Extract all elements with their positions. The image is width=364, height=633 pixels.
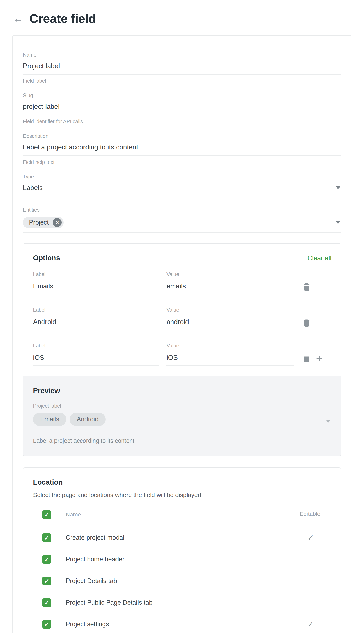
option-label-header: Label [33, 343, 159, 349]
description-field-helper: Field help text [23, 159, 341, 165]
trash-icon [304, 283, 310, 291]
preview-chip[interactable]: Android [70, 413, 106, 426]
location-title: Location [33, 478, 331, 486]
preview-section: Preview Project label Emails Android Lab… [23, 376, 341, 456]
option-value-value[interactable]: emails [166, 282, 294, 294]
entities-field: Entities Project ✕ [23, 207, 341, 233]
editable-check-icon: ✓ [307, 533, 314, 542]
option-label-header: Label [33, 307, 159, 313]
option-value-header: Value [166, 271, 294, 277]
options-section: Options Clear all Label Emails Value ema… [23, 244, 341, 366]
trash-icon [304, 355, 310, 362]
chevron-down-icon[interactable] [336, 221, 340, 224]
chip-close-icon[interactable]: ✕ [53, 218, 62, 227]
slug-input-value[interactable]: project-label [23, 103, 60, 111]
preview-title: Preview [33, 387, 331, 395]
options-title: Options [33, 254, 60, 262]
location-checkbox[interactable]: ✓ [42, 598, 51, 607]
location-row-name: Project settings [66, 620, 109, 628]
chevron-down-icon[interactable] [326, 420, 330, 423]
location-row-name: Create project modal [66, 534, 124, 541]
location-checkbox[interactable]: ✓ [42, 555, 51, 563]
plus-icon [316, 355, 322, 362]
location-row-name: Project home header [66, 556, 124, 563]
type-field: Type Labels [23, 174, 341, 196]
name-field-label: Name [23, 52, 341, 58]
option-label-value[interactable]: iOS [33, 354, 159, 366]
option-label-value[interactable]: Emails [33, 282, 159, 294]
option-label-header: Label [33, 271, 159, 277]
page-title: Create field [30, 12, 96, 26]
option-row: Label iOS Value iOS [33, 343, 331, 366]
location-row-name: Project Public Page Details tab [66, 599, 152, 606]
entity-chip: Project ✕ [23, 217, 64, 228]
location-box: Location Select the page and locations w… [23, 467, 341, 633]
option-label-input[interactable]: Label iOS [33, 343, 159, 366]
description-field-label: Description [23, 133, 341, 139]
location-row: ✓ Create project modal ✓ [33, 533, 331, 542]
option-value-input[interactable]: Value iOS [166, 343, 294, 366]
name-column-header: Name [66, 511, 81, 518]
option-label-value[interactable]: Android [33, 318, 159, 330]
description-input[interactable]: Label a project according to its content [23, 143, 341, 156]
option-row: Label Emails Value emails [33, 271, 331, 294]
name-field-helper: Field label [23, 78, 341, 84]
option-value-value[interactable]: iOS [166, 354, 294, 366]
create-field-card: Name Project label Field label Slug proj… [12, 35, 352, 633]
preview-labels-select[interactable]: Emails Android [33, 413, 331, 431]
preview-chip[interactable]: Emails [33, 413, 66, 426]
option-value-value[interactable]: android [166, 318, 294, 330]
preview-field-label: Project label [33, 403, 331, 409]
location-header-row: ✓ Name Editable [33, 510, 331, 519]
entity-chip-label: Project [29, 219, 48, 226]
type-select[interactable]: Labels [23, 184, 341, 196]
back-arrow-icon[interactable]: ← [13, 14, 23, 24]
location-row: ✓ Project Public Page Details tab ✓ [33, 598, 331, 607]
location-row: ✓ Project home header ✓ [33, 555, 331, 564]
location-table: ✓ Name Editable ✓ Create project modal ✓… [33, 510, 331, 629]
delete-option-button[interactable] [304, 283, 310, 291]
add-option-button[interactable] [316, 355, 322, 362]
location-checkbox[interactable]: ✓ [42, 620, 51, 628]
select-all-checkbox[interactable]: ✓ [42, 510, 51, 519]
slug-field-label: Slug [23, 93, 341, 98]
option-value-input[interactable]: Value android [166, 307, 294, 330]
preview-helper: Label a project according to its content [33, 437, 331, 444]
delete-option-button[interactable] [304, 355, 310, 362]
option-value-input[interactable]: Value emails [166, 271, 294, 294]
options-box: Options Clear all Label Emails Value ema… [23, 243, 341, 456]
clear-all-link[interactable]: Clear all [308, 254, 331, 262]
delete-option-button[interactable] [304, 319, 310, 327]
location-row-name: Project Details tab [66, 577, 117, 585]
option-value-header: Value [166, 307, 294, 313]
description-field: Description Label a project according to… [23, 133, 341, 165]
option-value-header: Value [166, 343, 294, 349]
location-row: ✓ Project Details tab ✓ [33, 576, 331, 585]
editable-column-header[interactable]: Editable [300, 511, 320, 518]
option-label-input[interactable]: Label Emails [33, 271, 159, 294]
chevron-down-icon[interactable] [336, 186, 340, 189]
entities-select[interactable]: Project ✕ [23, 217, 341, 233]
editable-check-icon: ✓ [307, 620, 314, 629]
option-row: Label Android Value android [33, 307, 331, 330]
location-subtitle: Select the page and locations where the … [33, 491, 331, 498]
option-label-input[interactable]: Label Android [33, 307, 159, 330]
trash-icon [304, 319, 310, 327]
slug-field: Slug project-label Field identifier for … [23, 93, 341, 125]
entities-field-label: Entities [23, 207, 341, 213]
page-header: ← Create field [0, 0, 364, 26]
name-input-value[interactable]: Project label [23, 62, 60, 70]
location-checkbox[interactable]: ✓ [42, 577, 51, 585]
slug-field-helper: Field identifier for API calls [23, 119, 341, 125]
location-checkbox[interactable]: ✓ [42, 533, 51, 542]
location-row: ✓ Project settings ✓ [33, 620, 331, 629]
type-select-value: Labels [23, 184, 43, 192]
description-input-value[interactable]: Label a project according to its content [23, 143, 138, 151]
name-input[interactable]: Project label [23, 62, 341, 75]
table-divider [33, 525, 331, 525]
slug-input[interactable]: project-label [23, 103, 341, 115]
name-field: Name Project label Field label [23, 52, 341, 84]
type-field-label: Type [23, 174, 341, 180]
